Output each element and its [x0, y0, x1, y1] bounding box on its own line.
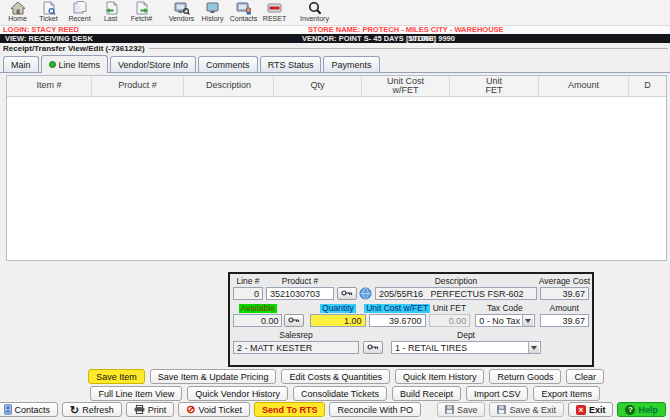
salesrep-field: 2 - MATT KESTER — [233, 341, 359, 354]
product-number-group: Product # 3521030703 — [266, 277, 334, 300]
tax-code-select[interactable]: 0 - No Tax — [475, 314, 534, 327]
export-items-button[interactable]: Export Items — [533, 386, 600, 401]
available-label: Available — [239, 304, 277, 313]
ticket-search-icon — [40, 1, 58, 15]
toolbar-history-button[interactable]: History — [197, 1, 228, 23]
save-item-button[interactable]: Save Item — [88, 369, 145, 384]
void-ticket-button[interactable]: ⊘ Void Ticket — [178, 402, 250, 417]
lookup-icon — [288, 316, 300, 326]
store-name-label: STORE NAME: PROTECH - MILES CITY - WAREH… — [308, 26, 504, 34]
save-disk-icon — [497, 405, 506, 414]
lookup-icon — [367, 343, 379, 353]
tab-line-items[interactable]: Line Items — [41, 55, 109, 73]
table-header-row: Item # Product # Description Qty Unit Co… — [7, 76, 666, 97]
tax-code-group: Tax Code 0 - No Tax — [475, 304, 534, 327]
return-goods-button[interactable]: Return Goods — [489, 369, 561, 384]
login-label: LOGIN: STACY REED — [3, 26, 79, 34]
table-body-empty — [7, 97, 666, 260]
column-header-unit-fet[interactable]: Unit FET — [450, 76, 539, 96]
detail-row-2: Available 0.00 Quantity 1.00 Unit Cost w… — [233, 304, 589, 327]
main-toolbar: Home Ticket Recent Last Fetch# Vendors H… — [0, 0, 670, 26]
refresh-button[interactable]: ↻ Refresh — [62, 402, 122, 417]
column-header-item-number[interactable]: Item # — [7, 76, 92, 96]
exit-icon: × — [576, 405, 586, 415]
column-header-product-number[interactable]: Product # — [92, 76, 184, 96]
salesrep-lookup-button[interactable] — [363, 341, 383, 354]
toolbar-home-button[interactable]: Home — [2, 1, 33, 23]
lookup-icon — [341, 289, 353, 299]
unit-cost-label: Unit Cost w/FET — [364, 304, 430, 313]
save-item-update-pricing-button[interactable]: Save Item & Update Pricing — [150, 369, 277, 384]
column-header-qty[interactable]: Qty — [274, 76, 362, 96]
contacts-button[interactable]: Contacts — [0, 402, 58, 417]
tab-rts-status[interactable]: RTS Status — [260, 56, 322, 72]
toolbar-contacts-button[interactable]: Contacts — [228, 1, 259, 23]
save-button[interactable]: Save — [437, 402, 486, 417]
vendors-search-icon — [173, 1, 191, 15]
dept-select[interactable]: 1 - RETAIL TIRES — [391, 341, 541, 354]
reset-card-icon — [266, 1, 284, 15]
column-header-d[interactable]: D — [629, 76, 666, 96]
toolbar-inventory-button[interactable]: Inventory — [299, 1, 330, 23]
clear-button[interactable]: Clear — [566, 369, 604, 384]
quantity-input[interactable]: 1.00 — [310, 314, 365, 327]
reconcile-with-po-button[interactable]: Reconcile With PO — [329, 402, 421, 417]
full-line-item-view-button[interactable]: Full Line Item View — [90, 386, 182, 401]
quick-vendor-history-button[interactable]: Quick Vendor History — [187, 386, 288, 401]
column-header-unit-cost-wfet[interactable]: Unit Cost w/FET — [362, 76, 450, 96]
tab-vendor-store-info[interactable]: Vendor/Store Info — [110, 56, 196, 72]
product-lookup-button[interactable] — [337, 287, 357, 300]
column-header-description[interactable]: Description — [184, 76, 274, 96]
toolbar-recent-button[interactable]: Recent — [64, 1, 95, 23]
toolbar-fetch-button[interactable]: Fetch# — [126, 1, 157, 23]
column-header-amount[interactable]: Amount — [539, 76, 629, 96]
available-lookup-button[interactable] — [284, 314, 304, 327]
toolbar-ticket-button[interactable]: Ticket — [33, 1, 64, 23]
globe-icon[interactable] — [359, 287, 372, 300]
exit-button[interactable]: × Exit — [568, 402, 614, 417]
detail-row-3: Salesrep 2 - MATT KESTER Dept 1 - RETAIL… — [233, 331, 589, 354]
store-number-label: STORE: 9990 — [408, 34, 455, 43]
view-status-bar: VIEW: RECEIVING DESK VENDOR: POINT S- 45… — [0, 34, 670, 43]
print-button[interactable]: Print — [126, 402, 175, 417]
average-cost-field: 39.67 — [540, 287, 589, 300]
help-icon: ? — [625, 405, 635, 415]
view-action-row: Full Line Item View Quick Vendor History… — [90, 386, 600, 401]
recent-docs-icon — [71, 1, 89, 15]
available-group: Available 0.00 — [233, 304, 282, 327]
amount-input[interactable]: 39.67 — [540, 314, 589, 327]
void-icon: ⊘ — [186, 404, 195, 415]
dept-group: Dept 1 - RETAIL TIRES — [391, 331, 541, 354]
login-status-row: LOGIN: STACY REED STORE NAME: PROTECH - … — [0, 26, 670, 34]
build-receipt-button[interactable]: Build Receipt — [392, 386, 461, 401]
help-button[interactable]: ? Help — [617, 402, 666, 417]
tab-payments[interactable]: Payments — [323, 56, 379, 72]
chevron-down-icon[interactable] — [528, 342, 539, 353]
quantity-group: Quantity 1.00 — [310, 304, 365, 327]
view-label: VIEW: RECEIVING DESK — [5, 34, 93, 43]
toolbar-vendors-button[interactable]: Vendors — [166, 1, 197, 23]
send-to-rts-button[interactable]: Send To RTS — [254, 402, 325, 417]
title-rule — [149, 48, 668, 49]
window-title-row: Receipt/Transfer View/Edit (-7361232) — [0, 43, 670, 53]
average-cost-group: Average Cost 39.67 — [540, 277, 589, 300]
tab-comments[interactable]: Comments — [198, 56, 258, 72]
item-action-row: Save Item Save Item & Update Pricing Edi… — [88, 369, 604, 384]
toolbar-last-button[interactable]: Last — [95, 1, 126, 23]
product-number-input[interactable]: 3521030703 — [266, 287, 334, 300]
contacts-card-icon — [4, 404, 12, 415]
page-title: Receipt/Transfer View/Edit (-7361232) — [3, 44, 145, 53]
edit-costs-quantities-button[interactable]: Edit Costs & Quantities — [281, 369, 390, 384]
chevron-down-icon[interactable] — [522, 315, 533, 326]
consolidate-tickets-button[interactable]: Consolidate Tickets — [293, 386, 387, 401]
printer-icon — [134, 405, 145, 414]
import-csv-button[interactable]: Import CSV — [466, 386, 529, 401]
toolbar-reset-button[interactable]: RESET — [259, 1, 290, 23]
unit-cost-input[interactable]: 39.6700 — [369, 314, 426, 327]
contacts-monitor-icon — [235, 1, 253, 15]
quick-item-history-button[interactable]: Quick Item History — [395, 369, 485, 384]
tab-main[interactable]: Main — [3, 56, 39, 72]
refresh-icon: ↻ — [70, 405, 79, 415]
description-field: 205/55R16 PERFECTUS FSR-602 — [375, 287, 537, 300]
save-and-exit-button[interactable]: Save & Exit — [489, 402, 564, 417]
